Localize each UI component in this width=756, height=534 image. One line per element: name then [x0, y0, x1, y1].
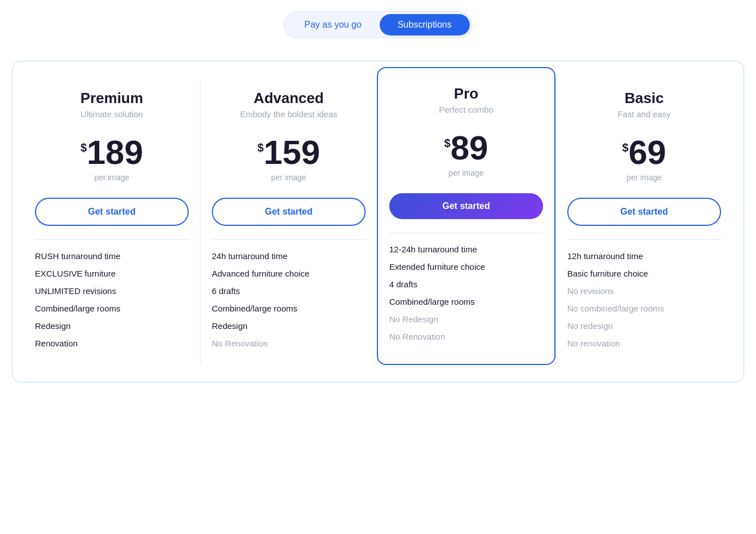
price-period-advanced: per image: [212, 173, 366, 182]
subscriptions-tab[interactable]: Subscriptions: [380, 14, 470, 35]
plan-card-pro: Pro Perfect combo $ 89 per image Get sta…: [377, 67, 555, 365]
divider-pro: [389, 233, 543, 233]
feature-premium-1: EXCLUSIVE furniture: [35, 269, 189, 278]
price-block-advanced: $ 159: [212, 136, 366, 170]
plan-card-premium: Premium Ultimate solution $ 189 per imag…: [24, 78, 200, 365]
price-block-basic: $ 69: [567, 136, 721, 170]
divider-basic: [567, 239, 721, 240]
price-amount-pro: 89: [451, 131, 488, 165]
feature-advanced-2: 6 drafts: [212, 286, 366, 296]
price-dollar-advanced: $: [257, 141, 264, 154]
feature-basic-3: No combined/large rooms: [567, 304, 721, 313]
get-started-pro[interactable]: Get started: [389, 193, 543, 219]
price-dollar-premium: $: [81, 141, 87, 154]
feature-basic-0: 12h turnaround time: [567, 251, 721, 261]
divider-advanced: [212, 239, 366, 240]
plan-tagline-basic: Fast and easy: [567, 109, 721, 119]
plan-name-advanced: Advanced: [212, 90, 366, 107]
feature-advanced-3: Combined/large rooms: [212, 304, 366, 313]
plan-tagline-pro: Perfect combo: [389, 105, 543, 114]
billing-toggle: Pay as you go Subscriptions: [283, 11, 472, 38]
get-started-basic[interactable]: Get started: [567, 198, 721, 226]
plan-tagline-advanced: Embody the boldest ideas: [212, 109, 366, 119]
plan-card-basic: Basic Fast and easy $ 69 per image Get s…: [555, 78, 732, 365]
feature-pro-0: 12-24h turnaround time: [389, 244, 543, 254]
plan-tagline-premium: Ultimate solution: [35, 109, 189, 119]
feature-basic-4: No redesign: [567, 321, 721, 331]
features-pro: 12-24h turnaround time Extended furnitur…: [389, 244, 543, 341]
feature-basic-2: No revisions: [567, 286, 721, 296]
feature-premium-4: Redesign: [35, 321, 189, 331]
price-dollar-pro: $: [444, 137, 451, 150]
plans-container: Premium Ultimate solution $ 189 per imag…: [12, 61, 744, 382]
plan-name-premium: Premium: [35, 90, 189, 107]
feature-advanced-5: No Renovation: [212, 339, 366, 348]
features-basic: 12h turnaround time Basic furniture choi…: [567, 251, 721, 348]
price-amount-premium: 189: [87, 136, 143, 170]
price-amount-basic: 69: [629, 136, 666, 170]
feature-basic-1: Basic furniture choice: [567, 269, 721, 278]
divider-premium: [35, 239, 189, 240]
get-started-advanced[interactable]: Get started: [212, 198, 366, 226]
pay-as-you-go-tab[interactable]: Pay as you go: [286, 14, 379, 35]
price-period-premium: per image: [35, 173, 189, 182]
feature-pro-5: No Renovation: [389, 332, 543, 341]
feature-premium-2: UNLIMITED revisions: [35, 286, 189, 296]
feature-premium-0: RUSH turnaround time: [35, 251, 189, 261]
price-amount-advanced: 159: [264, 136, 320, 170]
get-started-premium[interactable]: Get started: [35, 198, 189, 226]
feature-premium-3: Combined/large rooms: [35, 304, 189, 313]
price-block-premium: $ 189: [35, 136, 189, 170]
features-advanced: 24h turnaround time Advanced furniture c…: [212, 251, 366, 348]
feature-pro-4: No Redesign: [389, 314, 543, 324]
price-period-basic: per image: [567, 173, 721, 182]
feature-premium-5: Renovation: [35, 339, 189, 348]
price-dollar-basic: $: [622, 141, 629, 154]
feature-advanced-4: Redesign: [212, 321, 366, 331]
feature-pro-3: Combined/large rooms: [389, 297, 543, 306]
plan-name-basic: Basic: [567, 90, 721, 107]
feature-basic-5: No renovation: [567, 339, 721, 348]
plan-card-advanced: Advanced Embody the boldest ideas $ 159 …: [200, 78, 377, 365]
price-block-pro: $ 89: [389, 131, 543, 165]
feature-advanced-1: Advanced furniture choice: [212, 269, 366, 278]
feature-advanced-0: 24h turnaround time: [212, 251, 366, 261]
price-period-pro: per image: [389, 168, 543, 177]
plan-name-pro: Pro: [389, 85, 543, 103]
features-premium: RUSH turnaround time EXCLUSIVE furniture…: [35, 251, 189, 348]
feature-pro-2: 4 drafts: [389, 279, 543, 289]
feature-pro-1: Extended furniture choice: [389, 262, 543, 272]
